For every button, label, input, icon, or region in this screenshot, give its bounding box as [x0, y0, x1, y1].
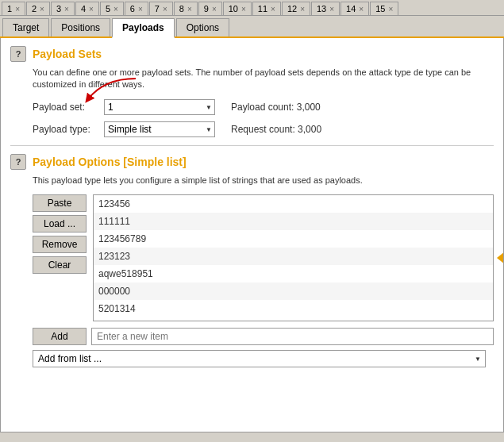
payload-sets-help-button[interactable]: ? — [10, 46, 26, 62]
payload-type-select-wrapper: Simple list Runtime file Custom iterator… — [104, 121, 215, 137]
list-item[interactable]: 123456789 — [94, 230, 493, 248]
tab-13[interactable]: 13 × — [311, 2, 340, 15]
tab-11[interactable]: 11 × — [252, 2, 281, 15]
payload-options-desc: This payload type lets you configure a s… — [33, 175, 494, 186]
orange-indicator-icon — [497, 252, 504, 264]
tab-7[interactable]: 7 × — [149, 2, 173, 15]
payload-options-title: Payload Options [Simple list] — [33, 156, 187, 168]
tab-12[interactable]: 12 × — [282, 2, 310, 15]
clear-button[interactable]: Clear — [33, 256, 87, 274]
payload-list-area: 123456111111123456789123123aqwe518951000… — [93, 194, 494, 321]
tab-4[interactable]: 4 × — [75, 2, 99, 15]
tab-15[interactable]: 15 × — [370, 2, 398, 15]
content-area: ? Payload Sets You can define one or mor… — [0, 38, 504, 432]
tab-positions[interactable]: Positions — [51, 18, 110, 37]
add-item-input[interactable] — [91, 328, 494, 345]
add-button[interactable]: Add — [33, 328, 87, 345]
list-action-buttons: Paste Load ... Remove Clear — [33, 194, 87, 321]
payload-list-box[interactable]: 123456111111123456789123123aqwe518951000… — [93, 194, 494, 321]
paste-button[interactable]: Paste — [33, 194, 87, 212]
tab-options[interactable]: Options — [176, 18, 229, 37]
payload-sets-title: Payload Sets — [33, 48, 102, 60]
list-item[interactable]: 5201314 — [94, 300, 493, 317]
list-item[interactable]: 123456 — [94, 195, 493, 213]
tab-1-close-icon[interactable]: × — [15, 5, 20, 13]
tab-4-close-icon[interactable]: × — [89, 5, 94, 13]
payload-options-help-button[interactable]: ? — [10, 154, 26, 170]
tab-15-close-icon[interactable]: × — [388, 5, 393, 13]
main-tabs: Target Positions Payloads Options — [0, 16, 504, 38]
tab-6-close-icon[interactable]: × — [138, 5, 143, 13]
tab-13-close-icon[interactable]: × — [329, 5, 334, 13]
add-from-list-wrapper: Add from list ... — [33, 350, 486, 367]
payload-set-select[interactable]: 1 2 — [104, 99, 215, 115]
tab-9-close-icon[interactable]: × — [212, 5, 217, 13]
tab-6[interactable]: 6 × — [125, 2, 148, 15]
remove-button[interactable]: Remove — [33, 236, 87, 253]
tab-2[interactable]: 2 × — [26, 2, 50, 15]
tab-3[interactable]: 3 × — [51, 2, 75, 15]
payload-list-container: Paste Load ... Remove Clear 123456111111… — [33, 194, 494, 321]
tab-bar: 1 × 2 × 3 × 4 × 5 × 6 × 7 × 8 × 9 × 10 ×… — [0, 0, 504, 16]
tab-5[interactable]: 5 × — [100, 2, 124, 15]
tab-9[interactable]: 9 × — [198, 2, 222, 15]
section-divider — [10, 145, 494, 146]
payload-type-select[interactable]: Simple list Runtime file Custom iterator… — [104, 121, 215, 137]
list-item[interactable]: 000000 — [94, 282, 493, 300]
tab-2-close-icon[interactable]: × — [40, 5, 44, 13]
add-row: Add — [33, 328, 494, 345]
tab-10-close-icon[interactable]: × — [241, 5, 246, 13]
tab-14[interactable]: 14 × — [340, 2, 369, 15]
payload-sets-header: ? Payload Sets — [10, 46, 494, 62]
tab-payloads[interactable]: Payloads — [112, 18, 175, 38]
request-count-info: Request count: 3,000 — [231, 124, 321, 135]
add-from-list-row: Add from list ... — [33, 350, 486, 367]
tab-3-close-icon[interactable]: × — [64, 5, 69, 13]
payload-options-header: ? Payload Options [Simple list] — [10, 154, 494, 170]
tab-12-close-icon[interactable]: × — [300, 5, 305, 13]
list-item[interactable]: aqwe518951 — [94, 265, 493, 282]
tab-target[interactable]: Target — [2, 18, 49, 37]
tab-14-close-icon[interactable]: × — [359, 5, 364, 13]
tab-5-close-icon[interactable]: × — [113, 5, 118, 13]
load-button[interactable]: Load ... — [33, 215, 87, 233]
tab-8-close-icon[interactable]: × — [187, 5, 192, 13]
payload-count-info: Payload count: 3,000 — [231, 102, 321, 113]
list-item[interactable]: 123123 — [94, 248, 493, 265]
tab-8[interactable]: 8 × — [174, 2, 198, 15]
tab-10[interactable]: 10 × — [223, 2, 252, 15]
add-from-list-select[interactable]: Add from list ... — [33, 350, 486, 367]
list-item[interactable]: 111111 — [94, 213, 493, 230]
tab-11-close-icon[interactable]: × — [271, 5, 275, 13]
tab-7-close-icon[interactable]: × — [163, 5, 167, 13]
payload-set-select-wrapper: 1 2 — [104, 99, 215, 115]
payload-type-label: Payload type: — [33, 124, 104, 135]
tab-1[interactable]: 1 × — [2, 2, 25, 15]
